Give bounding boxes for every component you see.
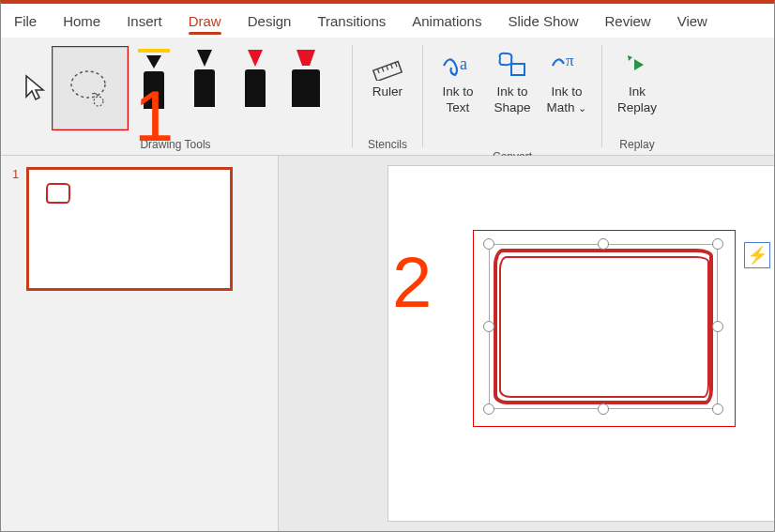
tab-insert[interactable]: Insert	[114, 6, 175, 37]
svg-rect-9	[511, 64, 524, 75]
tab-animations[interactable]: Animations	[399, 6, 494, 37]
ink-to-text-label1: Ink to	[442, 84, 473, 100]
selection-handles[interactable]	[489, 244, 718, 409]
tab-design[interactable]: Design	[235, 6, 305, 37]
tab-transitions[interactable]: Transitions	[304, 6, 399, 37]
handle-top-left[interactable]	[483, 238, 494, 250]
group-label-replay: Replay	[619, 136, 654, 153]
ink-to-math-label1: Ink to	[551, 84, 582, 100]
group-stencils: Ruler Stencils	[355, 38, 420, 155]
slide-thumbnail[interactable]	[26, 167, 233, 291]
ink-to-math-label2: Math ⌄	[547, 100, 587, 116]
ribbon: 1	[1, 38, 774, 156]
ink-to-text-label2: Text	[447, 100, 470, 116]
ink-replay-label1: Ink	[629, 84, 646, 100]
svg-line-7	[395, 63, 397, 68]
tab-file[interactable]: File	[1, 6, 50, 37]
handle-top-right[interactable]	[712, 238, 723, 250]
ink-replay-icon	[621, 49, 653, 81]
tab-draw[interactable]: Draw	[175, 6, 235, 37]
select-tool[interactable]	[21, 47, 51, 129]
annotation-one: 1	[134, 75, 174, 157]
ink-shape[interactable]	[494, 249, 713, 404]
highlighter-red[interactable]	[281, 47, 330, 129]
ink-to-shape-label1: Ink to	[496, 84, 527, 100]
tab-home[interactable]: Home	[50, 6, 114, 37]
group-replay: Ink Replay Replay	[604, 38, 670, 155]
lasso-select-tool[interactable]	[53, 47, 128, 129]
animation-indicator[interactable]: ⚡	[744, 242, 770, 268]
svg-rect-2	[373, 62, 402, 81]
tab-view[interactable]: View	[664, 6, 721, 37]
lasso-icon	[64, 62, 116, 114]
svg-line-6	[391, 64, 393, 68]
handle-bot-mid[interactable]	[598, 403, 609, 415]
workspace: 1 2 ⚡	[1, 156, 774, 532]
ink-replay-button[interactable]: Ink Replay	[610, 43, 664, 136]
selection-outline: ⚡	[473, 230, 736, 427]
pen-tip-icon	[193, 47, 216, 68]
slide-canvas[interactable]: 2 ⚡	[388, 165, 775, 522]
svg-point-0	[71, 71, 105, 98]
annotation-two: 2	[392, 241, 432, 323]
thumbnail-number: 1	[12, 167, 19, 291]
tab-strip: File Home Insert Draw Design Transitions…	[1, 4, 774, 38]
svg-line-3	[377, 68, 379, 73]
svg-text:π: π	[566, 52, 574, 69]
slide-panel[interactable]: 1	[1, 156, 279, 532]
svg-line-4	[382, 68, 384, 72]
ruler-button[interactable]: Ruler	[360, 43, 415, 136]
bolt-icon: ⚡	[747, 245, 767, 266]
ink-to-shape-label2: Shape	[494, 100, 530, 116]
svg-point-1	[94, 97, 103, 106]
thumbnail-ink-shape	[46, 183, 70, 204]
ink-replay-label2: Replay	[617, 100, 657, 116]
svg-text:a: a	[460, 54, 467, 73]
pen-tip-icon	[143, 53, 165, 69]
pen-red[interactable]	[231, 47, 280, 129]
handle-mid-right[interactable]	[712, 321, 723, 332]
group-drawing-tools: Drawing Tools	[1, 38, 350, 155]
group-label-stencils: Stencils	[368, 136, 407, 153]
handle-top-mid[interactable]	[598, 238, 609, 250]
highlighter-tip-icon	[291, 47, 321, 68]
ink-to-shape-icon	[496, 49, 528, 81]
handle-bot-left[interactable]	[483, 403, 494, 415]
pen-black[interactable]	[180, 47, 229, 129]
group-convert: a Ink to Text Ink to Shape π Ink to	[425, 38, 600, 155]
pen-tip-icon	[244, 47, 266, 68]
tab-slideshow[interactable]: Slide Show	[494, 6, 591, 37]
tab-review[interactable]: Review	[591, 6, 663, 37]
cursor-icon	[23, 74, 48, 102]
ink-to-math-button[interactable]: π Ink to Math ⌄	[539, 43, 594, 148]
handle-bot-right[interactable]	[712, 403, 723, 415]
ink-to-text-button[interactable]: a Ink to Text	[431, 43, 485, 148]
handle-mid-left[interactable]	[483, 321, 494, 332]
canvas-area[interactable]: 2 ⚡	[279, 156, 774, 532]
ink-to-text-icon: a	[442, 49, 474, 81]
ink-to-shape-button[interactable]: Ink to Shape	[485, 43, 539, 148]
svg-line-5	[387, 66, 388, 70]
ink-to-math-icon: π	[551, 49, 583, 81]
ruler-icon	[372, 49, 403, 81]
ruler-label: Ruler	[372, 84, 403, 100]
